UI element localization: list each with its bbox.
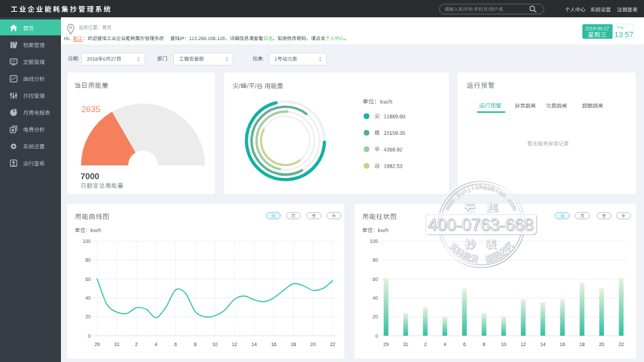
svg-text:4: 4: [154, 342, 157, 347]
svg-text:18: 18: [580, 342, 585, 347]
svg-text:31: 31: [403, 342, 409, 347]
svg-text:20: 20: [85, 314, 91, 319]
svg-text:100: 100: [82, 239, 91, 244]
svg-text:12: 12: [232, 342, 238, 347]
svg-text:31: 31: [114, 342, 120, 347]
svg-text:14: 14: [251, 342, 257, 347]
svg-text:16: 16: [271, 342, 276, 347]
svg-text:60: 60: [373, 277, 378, 282]
svg-text:6: 6: [175, 342, 177, 347]
svg-text:2: 2: [135, 342, 138, 347]
svg-text:29: 29: [384, 342, 389, 347]
svg-text:80: 80: [373, 257, 378, 262]
svg-text:400-0763-668: 400-0763-668: [428, 215, 534, 234]
svg-text:14: 14: [540, 342, 546, 347]
svg-text:20: 20: [310, 342, 316, 347]
svg-text:18: 18: [291, 342, 296, 347]
svg-text:4: 4: [443, 342, 446, 347]
svg-text:8: 8: [483, 342, 485, 347]
svg-text:16: 16: [560, 342, 565, 347]
svg-text:20: 20: [599, 342, 605, 347]
svg-text:80: 80: [85, 257, 91, 262]
svg-text:60: 60: [85, 277, 91, 282]
svg-text:22: 22: [618, 342, 624, 347]
svg-text:29: 29: [94, 342, 100, 347]
svg-text:22: 22: [330, 342, 335, 347]
svg-text:8: 8: [194, 342, 197, 347]
svg-text:10: 10: [212, 342, 217, 347]
svg-text:100: 100: [370, 239, 378, 244]
svg-text:0: 0: [375, 334, 378, 338]
svg-text:6: 6: [463, 342, 466, 347]
svg-text:20: 20: [373, 314, 378, 319]
svg-text:0: 0: [88, 334, 91, 338]
svg-text:40: 40: [85, 296, 91, 300]
svg-text:2: 2: [424, 342, 427, 347]
svg-text:40: 40: [373, 296, 378, 300]
svg-text:12: 12: [521, 342, 526, 347]
svg-text:10: 10: [501, 342, 506, 347]
